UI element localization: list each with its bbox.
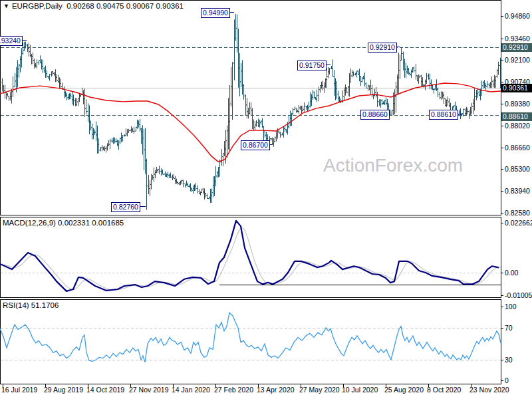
price-level-tag: 0.88660	[360, 110, 390, 120]
date-axis-label: 29 Aug 2019	[44, 386, 83, 394]
watermark: ActionForex.com	[323, 155, 463, 176]
price-axis-current-tag: 0.90361	[501, 84, 532, 92]
date-axis-label: 8 Oct 2020	[427, 386, 461, 394]
date-axis-label: 14 Jan 2020	[172, 386, 210, 394]
chart-header: ▼EURGBP,Daily 0.90268 0.90475 0.90067 0.…	[3, 2, 184, 10]
symbol-title: EURGBP,Daily	[12, 2, 63, 10]
price-axis-label: 0.83940	[505, 187, 530, 195]
rsi-axis-label: 0	[505, 376, 509, 384]
rsi-axis-label: 70	[505, 324, 513, 332]
symbol-dropdown-icon[interactable]: ▼	[3, 3, 9, 9]
price-level-tag: 0.91750	[297, 61, 327, 70]
price-axis-label: 0.86660	[505, 144, 530, 152]
rsi-value: 51.1706	[31, 301, 59, 309]
rsi-header: RSI(14) 51.1706	[3, 301, 59, 309]
macd-signal-line	[0, 228, 501, 291]
price-axis-label: 0.92100	[505, 56, 530, 64]
price-axis-label: 0.88020	[505, 122, 530, 130]
chart-plot-surface[interactable]	[0, 0, 532, 399]
macd-header: MACD(12,26,9) 0.002331 0.001685	[3, 219, 124, 227]
macd-axis-label: 0.00	[505, 269, 518, 277]
date-axis-label: 25 Aug 2020	[384, 386, 424, 394]
price-axis-label: 0.82580	[505, 209, 530, 217]
price-level-tag: 0.92910	[368, 43, 397, 53]
date-axis-label: 23 Nov 2020	[469, 386, 509, 394]
price-axis-label: 0.85300	[505, 165, 530, 173]
price-axis-label: 0.94860	[505, 12, 530, 20]
rsi-line	[0, 313, 501, 362]
macd-line	[0, 221, 499, 291]
price-level-tag: 0.88610	[429, 110, 458, 120]
macd-axis-label: 0.022662	[505, 219, 532, 227]
date-axis-label: 27 May 2020	[299, 386, 340, 394]
ohlc-values: 0.90268 0.90475 0.90067 0.90361	[66, 2, 184, 10]
date-axis-label: 14 Oct 2019	[86, 386, 124, 394]
date-axis-label: 16 Jul 2019	[1, 386, 37, 394]
rsi-axis-label: 100	[505, 303, 517, 311]
price-level-tag: 0.93240	[0, 36, 23, 46]
date-axis-label: 13 Apr 2020	[257, 386, 295, 394]
price-level-tag: 0.82760	[111, 202, 140, 212]
price-axis-label: 0.93460	[505, 35, 530, 43]
rsi-axis-label: 30	[505, 356, 513, 364]
rsi-label: RSI(14)	[3, 301, 29, 309]
price-axis-level-tag: 0.92910	[501, 43, 532, 52]
date-axis-label: 27 Nov 2019	[129, 386, 169, 394]
chart-window: ActionForex.com ▼EURGBP,Daily 0.90268 0.…	[0, 0, 532, 399]
date-axis-label: 10 Jul 2020	[342, 386, 378, 394]
ohlc-bars	[1, 14, 501, 210]
macd-values: 0.002331 0.001685	[58, 219, 124, 227]
price-axis-level-tag: 0.88610	[501, 112, 532, 121]
macd-label: MACD(12,26,9)	[3, 219, 56, 227]
macd-axis-label: -0.010052	[505, 291, 532, 299]
price-axis-label: 0.89380	[505, 100, 530, 108]
date-axis-label: 27 Feb 2020	[214, 386, 253, 394]
price-level-tag: 0.86700	[241, 140, 270, 150]
price-level-tag: 0.94990	[201, 8, 230, 18]
